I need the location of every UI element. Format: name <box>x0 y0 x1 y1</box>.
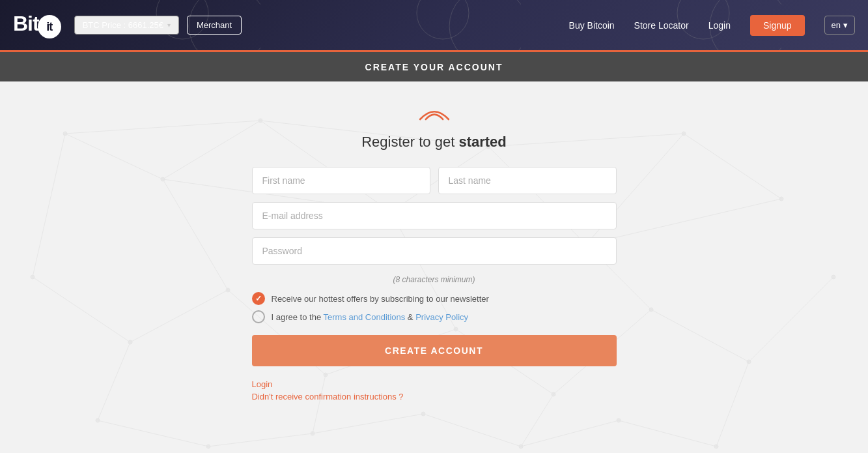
newsletter-label: Receive our hottest offers by subscribin… <box>272 294 489 304</box>
terms-label: I agree to the Terms and Conditions & Pr… <box>272 312 469 322</box>
password-input[interactable] <box>252 237 617 265</box>
header-nav: Buy Bitcoin Store Locator Login Signup e… <box>569 15 855 36</box>
nav-store-locator[interactable]: Store Locator <box>634 20 689 31</box>
svg-line-37 <box>33 134 65 277</box>
svg-line-56 <box>619 420 716 446</box>
language-label: en <box>832 20 841 30</box>
btc-price-label: BTC Price : 6661.25€ <box>83 20 163 30</box>
privacy-link[interactable]: Privacy Policy <box>415 312 468 322</box>
resend-confirmation-link[interactable]: Didn't receive confirmation instructions… <box>252 392 617 402</box>
svg-line-45 <box>651 310 749 362</box>
terms-link[interactable]: Terms and Conditions <box>324 312 406 322</box>
last-name-input[interactable] <box>438 167 617 194</box>
svg-line-57 <box>716 362 749 446</box>
language-arrow: ▾ <box>843 20 848 30</box>
btc-price-button[interactable]: BTC Price : 6661.25€ ▾ <box>74 16 179 35</box>
bottom-links: Login Didn't receive confirmation instru… <box>252 379 617 402</box>
svg-line-36 <box>33 277 130 342</box>
nav-login[interactable]: Login <box>708 20 731 31</box>
email-input[interactable] <box>252 202 617 229</box>
signup-button[interactable]: Signup <box>750 15 805 36</box>
login-link[interactable]: Login <box>252 379 617 389</box>
name-row <box>252 167 617 194</box>
svg-line-50 <box>208 433 313 446</box>
btc-price-arrow: ▾ <box>167 22 171 29</box>
svg-line-25 <box>65 121 260 134</box>
subheader: CREATE YOUR ACCOUNT <box>0 52 868 81</box>
language-button[interactable]: en ▾ <box>824 16 855 35</box>
nav-buy-bitcoin[interactable]: Buy Bitcoin <box>569 20 615 31</box>
first-name-input[interactable] <box>252 167 430 194</box>
create-account-button[interactable]: CREATE ACCOUNT <box>252 335 617 366</box>
arc-icon <box>415 101 454 124</box>
svg-line-47 <box>749 277 833 362</box>
password-hint: (8 characters minimum) <box>393 275 475 284</box>
email-group <box>252 202 617 229</box>
svg-line-40 <box>163 179 228 290</box>
terms-checkbox[interactable] <box>252 310 265 323</box>
header: Bitit BTC Price : 6661.25€ ▾ Merchant Bu… <box>0 0 868 52</box>
svg-line-48 <box>98 420 208 446</box>
svg-line-38 <box>130 290 228 342</box>
terms-checkbox-row: I agree to the Terms and Conditions & Pr… <box>252 310 617 323</box>
subheader-title: CREATE YOUR ACCOUNT <box>365 62 503 72</box>
svg-line-49 <box>98 342 130 420</box>
newsletter-checkbox-row: Receive our hottest offers by subscribin… <box>252 292 617 305</box>
logo-it: it <box>38 15 61 38</box>
svg-line-35 <box>684 134 781 199</box>
form-container: Register to get started (8 characters mi… <box>252 101 617 427</box>
merchant-button[interactable]: Merchant <box>187 16 242 35</box>
newsletter-checkbox[interactable] <box>252 292 265 305</box>
svg-line-24 <box>65 134 163 179</box>
logo[interactable]: Bitit <box>13 12 61 39</box>
svg-line-26 <box>163 121 260 179</box>
password-group <box>252 237 617 265</box>
logo-bit: Bitit <box>13 12 61 39</box>
register-title: Register to get started <box>361 134 507 151</box>
main-content: Register to get started (8 characters mi… <box>0 81 868 453</box>
